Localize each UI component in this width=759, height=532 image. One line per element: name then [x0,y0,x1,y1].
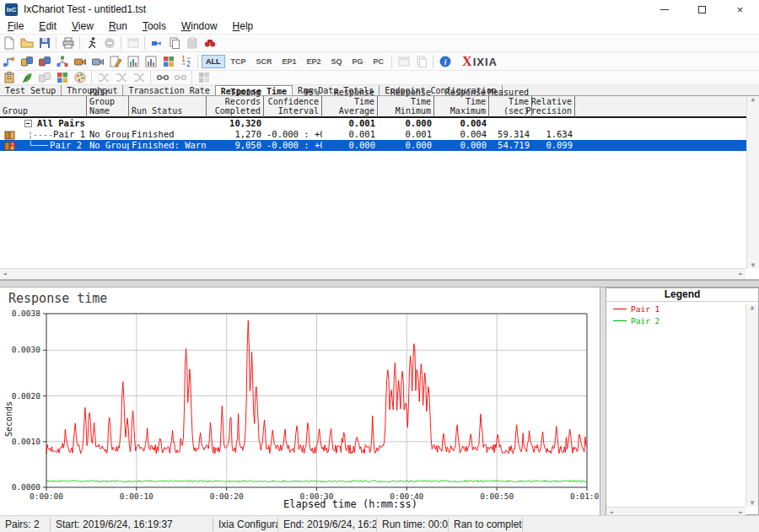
status-segment-5: Ran to completion [449,518,523,531]
column-header[interactable]: 95% Confidence Interval [264,96,322,118]
table-row-all-pairs[interactable]: −All Pairs10,3200.0010.0000.004 [0,118,759,129]
tab-transaction-rate[interactable]: Transaction Rate [123,85,215,95]
filter-all-button[interactable]: ALL [202,55,225,68]
pane-splitter[interactable] [0,280,759,287]
new-test-icon[interactable] [0,35,18,51]
filter-ep2-button[interactable]: EP2 [303,55,326,68]
pair-icon [4,130,16,140]
svg-text:0.0000: 0.0000 [12,482,41,492]
color-pairs-icon[interactable] [71,70,89,86]
main-toolbar [0,35,759,52]
table-vertical-scrollbar[interactable]: ▲▼ [746,96,759,269]
filter-pc-button[interactable]: PC [369,55,389,68]
column-header[interactable]: Group [0,96,87,118]
open-test-icon[interactable] [18,35,35,51]
column-header[interactable]: Response Time Maximum [434,96,489,118]
cell-measured-time: 59.314 [489,129,532,140]
cell-confidence: -0.000 : +0.000 [264,129,322,140]
svg-text:2: 2 [186,61,191,68]
cell-rt-max: 0.004 [434,118,489,129]
cell-run-status: Finished [129,129,207,140]
cell-rel-precision: 1.634 [532,129,575,140]
ungroup-icon [35,70,53,86]
link-pairs-icon[interactable] [153,70,171,86]
table-row-pair-1[interactable]: ¦----Pair 1No GroupFinished1,270-0.000 :… [0,129,759,140]
filter-ep1-button[interactable]: EP1 [278,55,301,68]
tree-branch: └─── [28,140,48,151]
save-test-icon[interactable] [35,35,53,51]
legend-swatch [613,320,627,321]
add-pair-icon[interactable] [148,35,165,51]
svg-text:Response time: Response time [8,291,107,306]
menu-view[interactable]: View [64,20,101,32]
tab-test-setup[interactable]: Test Setup [0,85,62,95]
add-video-pair-icon[interactable] [89,53,106,69]
replicate-pair-icon[interactable] [18,53,35,69]
legend-item-pair-1[interactable]: Pair 1 [613,304,758,314]
filter-pg-button[interactable]: PG [348,55,368,68]
status-bar: Pairs: 2Start: 2019/6/24, 16:19:37Ixia C… [0,515,759,532]
maximize-button[interactable] [683,0,721,19]
menu-run[interactable]: Run [101,20,135,32]
column-header[interactable]: Timing Records Completed [207,96,264,118]
menu-tools[interactable]: Tools [135,20,174,32]
cell-rt-max: 0.004 [434,129,489,140]
abandon-test-icon [124,35,142,51]
unlink-pairs-icon [171,70,189,86]
legend-label: Pair 2 [631,316,659,325]
column-header[interactable]: Relative Precision [532,96,575,118]
collapse-toggle[interactable]: − [24,120,32,127]
add-comment-icon[interactable] [124,53,142,69]
find-icon[interactable] [201,35,218,51]
cell-pair-group: No Group [87,129,129,140]
pair-label: Pair 1 [53,129,87,140]
svg-text:0:00:00: 0:00:00 [30,492,63,501]
group-cell: └───Pair 2 [0,140,87,151]
legend-vertical-scrollbar[interactable]: ▲▼ [746,304,758,507]
table-horizontal-scrollbar[interactable]: ◄► [0,268,746,279]
view-results-icon[interactable] [142,53,159,69]
copy-icon[interactable] [165,35,183,51]
edit-pair-icon[interactable] [106,53,124,69]
stop-test-icon [100,35,118,51]
group-wizard-icon[interactable] [18,70,35,86]
menu-edit[interactable]: Edit [31,20,64,32]
filter-tcp-button[interactable]: TCP [227,55,250,68]
pair-label: Pair 2 [50,140,84,151]
add-multicast-group-icon[interactable] [53,53,71,69]
group-cell: ¦----Pair 1 [0,129,87,140]
svg-text:0.0020: 0.0020 [12,391,41,400]
run-test-icon[interactable] [83,35,100,51]
cell-rt-avg: 0.000 [322,140,378,151]
add-pair-icon[interactable] [35,53,53,69]
table-row-pair-2[interactable]: └───Pair 2No GroupFinished: Warning(s)9,… [0,140,759,151]
about-ixia-icon[interactable]: i [436,53,454,69]
menu-file[interactable]: File [0,20,31,32]
filter-scr-button[interactable]: SCR [252,55,277,68]
swap-endpoint-1-2-icon[interactable]: 12 [177,53,195,69]
menu-help[interactable]: Help [225,20,261,32]
endpoint-config-icon[interactable] [159,53,177,69]
paste-icon [183,35,201,51]
minimize-button[interactable] [645,0,683,19]
cell-timing-records: 10,320 [207,118,264,129]
tree-branch: ¦---- [28,129,53,140]
ixia-logo: XIXIA [462,54,498,69]
column-header[interactable]: Response Time Minimum [378,96,434,118]
cell-timing-records: 1,270 [207,129,264,140]
close-button[interactable]: × [721,0,759,19]
column-header[interactable]: Run Status [129,96,207,118]
add-voip-pair-icon[interactable] [71,53,89,69]
status-segment-1: Start: 2019/6/24, 16:19:37 [51,518,213,531]
legend-item-pair-2[interactable]: Pair 2 [613,316,758,325]
filter-sq-button[interactable]: SQ [327,55,347,68]
column-header[interactable]: Pair Group Name [87,96,129,118]
swap-endpoints-icon[interactable] [0,53,18,69]
endpoint-map-icon[interactable] [53,70,71,86]
add-group-icon[interactable] [0,70,18,86]
cell-rt-avg: 0.001 [322,129,378,140]
print-icon[interactable] [59,35,77,51]
column-header[interactable]: Response Time Average [322,96,378,118]
svg-text:i: i [444,57,446,66]
menu-window[interactable]: Window [174,20,225,32]
